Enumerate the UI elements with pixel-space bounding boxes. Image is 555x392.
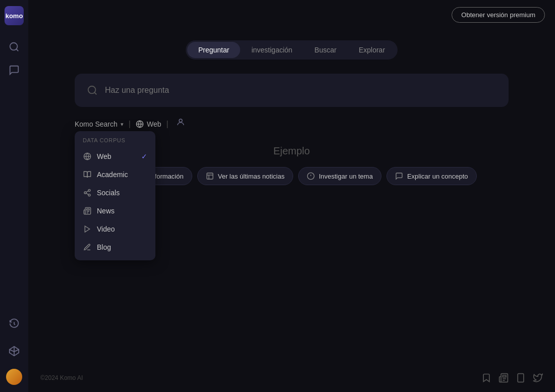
search-input[interactable] xyxy=(105,86,496,95)
video-dropdown-icon xyxy=(83,225,92,234)
footer-twitter-icon[interactable] xyxy=(533,373,543,383)
footer: ©2024 Komo AI xyxy=(28,373,555,383)
tab-explorar[interactable]: Explorar xyxy=(348,42,396,58)
search-icon xyxy=(87,85,98,96)
dropdown-item-blog[interactable]: Blog xyxy=(75,238,155,256)
web-selector[interactable]: Web xyxy=(136,120,161,128)
svg-line-5 xyxy=(94,92,96,94)
pill-label-3: Explicar un concepto xyxy=(407,173,468,180)
svg-point-12 xyxy=(84,192,86,194)
search-sidebar-button[interactable] xyxy=(5,37,24,57)
svg-point-0 xyxy=(10,43,18,50)
svg-rect-19 xyxy=(207,173,213,179)
dropdown-item-news[interactable]: News xyxy=(75,202,155,220)
pill-investigar-tema[interactable]: Investigar un tema xyxy=(298,167,381,185)
dropdown-item-video[interactable]: Video xyxy=(75,220,155,238)
person-icon[interactable] xyxy=(174,115,188,129)
news-dropdown-icon xyxy=(83,206,92,215)
blog-item-label: Blog xyxy=(97,243,111,251)
news-item-label: News xyxy=(97,207,115,215)
komo-search-label: Komo Search xyxy=(75,120,118,128)
dropdown-header: Data Corpus xyxy=(75,135,155,147)
svg-line-15 xyxy=(86,191,89,192)
footer-bookmark-icon[interactable] xyxy=(481,373,491,383)
tab-investigacion[interactable]: investigación xyxy=(240,42,303,58)
footer-news-icon[interactable] xyxy=(498,373,509,383)
pill-ultimas-noticias[interactable]: Ver las últimas noticias xyxy=(197,167,293,185)
web-label: Web xyxy=(147,120,161,128)
tab-preguntar[interactable]: Preguntar xyxy=(187,42,240,58)
dropdown-item-socials[interactable]: Socials xyxy=(75,184,155,202)
chevron-down-icon: ▾ xyxy=(121,121,124,128)
video-item-label: Video xyxy=(97,225,115,233)
sidebar: komo xyxy=(0,0,28,392)
chat-sidebar-button[interactable] xyxy=(5,61,24,80)
diamond-sidebar-button[interactable] xyxy=(5,342,24,361)
svg-line-14 xyxy=(86,193,89,195)
komo-search-selector[interactable]: Komo Search ▾ xyxy=(75,120,124,128)
web-dropdown-icon xyxy=(83,152,92,161)
main-content: Obtener versión premium Preguntar invest… xyxy=(28,0,555,392)
separator-2: | xyxy=(166,120,169,129)
mode-tabs: Preguntar investigación Buscar Explorar xyxy=(186,40,398,60)
komo-logo[interactable]: komo xyxy=(5,6,24,25)
dropdown-item-web[interactable]: Web ✓ xyxy=(75,147,155,165)
academic-dropdown-icon xyxy=(83,170,92,179)
socials-item-label: Socials xyxy=(97,189,120,197)
svg-marker-16 xyxy=(85,226,89,232)
footer-mobile-icon[interactable] xyxy=(516,373,526,383)
svg-point-4 xyxy=(88,86,96,94)
pill-label-2: Investigar un tema xyxy=(319,173,373,180)
svg-point-8 xyxy=(179,119,182,122)
pill-label-1: Ver las últimas noticias xyxy=(218,173,285,180)
footer-icons xyxy=(481,373,543,383)
corpus-dropdown: Data Corpus Web ✓ xyxy=(75,131,155,260)
pill-explicar-concepto[interactable]: Explicar un concepto xyxy=(386,167,477,185)
academic-item-label: Academic xyxy=(97,171,128,179)
dropdown-item-academic[interactable]: Academic xyxy=(75,165,155,184)
search-box xyxy=(75,74,509,107)
premium-button[interactable]: Obtener versión premium xyxy=(452,7,545,23)
svg-line-1 xyxy=(16,49,18,51)
tab-buscar[interactable]: Buscar xyxy=(303,42,348,58)
svg-point-11 xyxy=(88,189,90,191)
blog-dropdown-icon xyxy=(83,243,92,252)
svg-point-13 xyxy=(88,194,90,196)
web-item-label: Web xyxy=(97,152,112,160)
socials-dropdown-icon xyxy=(83,188,92,197)
avatar[interactable] xyxy=(6,369,22,385)
history-sidebar-button[interactable] xyxy=(5,314,24,333)
source-bar: Komo Search ▾ | Web | Data Corpus xyxy=(75,115,509,133)
check-icon: ✓ xyxy=(141,152,147,160)
copyright-text: ©2024 Komo AI xyxy=(40,374,83,381)
separator-1: | xyxy=(129,120,131,129)
